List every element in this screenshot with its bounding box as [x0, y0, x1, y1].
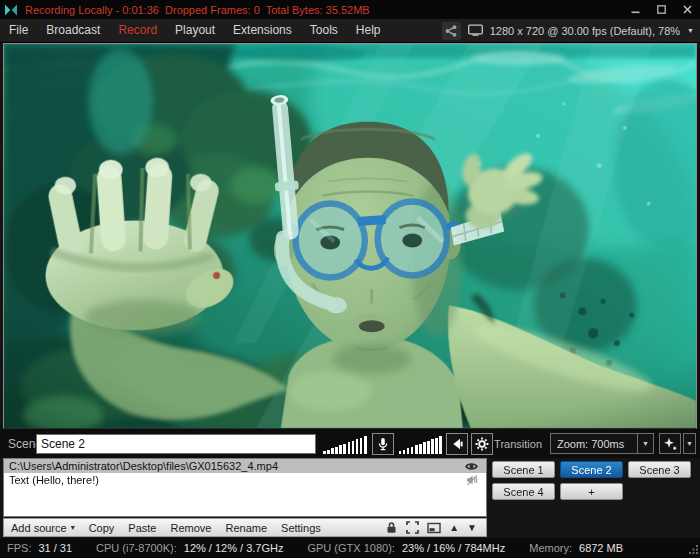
eye-icon[interactable] — [465, 462, 478, 471]
maximize-button[interactable] — [648, 0, 674, 19]
gpu-value: 23% / 16% / 784MHz — [402, 542, 505, 554]
scenes-panel: Scene 1 Scene 2 Scene 3 Scene 4 + — [492, 458, 697, 517]
chevron-down-icon[interactable]: ▼ — [637, 434, 653, 453]
copy-button[interactable]: Copy — [89, 522, 115, 534]
video-preview[interactable] — [3, 43, 697, 429]
scene-button-4[interactable]: Scene 4 — [492, 483, 555, 500]
menu-item-extensions[interactable]: Extensions — [224, 19, 301, 42]
transition-select[interactable]: Zoom: 700ms ▼ — [550, 433, 654, 454]
speaker-button[interactable] — [446, 433, 468, 455]
memory-value: 6872 MB — [579, 542, 623, 554]
scene-bar: Scene Transition Zoom: 700ms ▼ ▼ — [0, 429, 700, 458]
scene-button-1[interactable]: Scene 1 — [492, 461, 555, 478]
menu-item-broadcast[interactable]: Broadcast — [37, 19, 109, 42]
menu-item-playout[interactable]: Playout — [166, 19, 224, 42]
menu-item-record[interactable]: Record — [109, 19, 166, 42]
memory-stat: Memory: 6872 MB — [529, 542, 623, 554]
menu-bar: File Broadcast Record Playout Extensions… — [0, 19, 700, 43]
menu-item-help[interactable]: Help — [347, 19, 390, 42]
cpu-stat: CPU (i7-8700K): 12% / 12% / 3.7GHz — [96, 542, 283, 554]
window-controls — [622, 0, 700, 19]
fps-stat: FPS: 31 / 31 — [7, 542, 72, 554]
gear-icon — [475, 437, 489, 451]
sources-list: C:\Users\Administrator\Desktop\files\GX0… — [3, 458, 487, 517]
move-up-button[interactable]: ▲ — [449, 523, 459, 533]
cpu-value: 12% / 12% / 3.7GHz — [184, 542, 284, 554]
move-down-button[interactable]: ▼ — [467, 523, 477, 533]
scene-button-3[interactable]: Scene 3 — [628, 461, 691, 478]
app-logo-icon — [4, 4, 18, 16]
close-button[interactable] — [674, 0, 700, 19]
rename-button[interactable]: Rename — [225, 522, 267, 534]
fps-label: FPS: — [7, 542, 31, 554]
source-label: Text (Hello, there!) — [9, 474, 466, 486]
chevron-down-icon[interactable]: ▼ — [687, 27, 694, 34]
video-frame — [4, 44, 696, 428]
audio-level-meter-mic — [399, 434, 443, 454]
memory-label: Memory: — [529, 542, 572, 554]
muted-speaker-icon[interactable] — [466, 474, 478, 486]
add-source-button[interactable]: Add source ▾ — [11, 522, 75, 534]
share-icon — [444, 24, 458, 38]
pip-layout-icon[interactable] — [427, 522, 441, 534]
share-button[interactable] — [442, 22, 461, 40]
source-row[interactable]: C:\Users\Administrator\Desktop\files\GX0… — [4, 459, 486, 473]
sources-toolbar: Add source ▾ Copy Paste Remove Rename Se… — [3, 518, 487, 537]
cpu-label: CPU (i7-8700K): — [96, 542, 177, 554]
star-plus-icon — [663, 437, 677, 451]
scene-label: Scene — [8, 437, 36, 451]
transition-cluster: Transition Zoom: 700ms ▼ ▼ — [494, 433, 700, 454]
toolbar-right-icons: ▲ ▼ — [385, 521, 477, 534]
source-row[interactable]: Text (Hello, there!) — [4, 473, 486, 487]
add-source-label: Add source — [11, 522, 67, 534]
source-label: C:\Users\Administrator\Desktop\files\GX0… — [9, 460, 465, 472]
minimize-button[interactable] — [622, 0, 648, 19]
transition-label: Transition — [494, 438, 542, 450]
scene-name-input[interactable] — [36, 434, 316, 454]
menu-item-tools[interactable]: Tools — [301, 19, 347, 42]
mic-icon — [376, 437, 390, 451]
fullscreen-icon[interactable] — [406, 521, 419, 534]
close-icon — [683, 5, 692, 14]
app-window: Recording Locally - 0:01:36 Dropped Fram… — [0, 0, 700, 558]
output-resolution-display[interactable]: 1280 x 720 @ 30.00 fps (Default), 78% — [490, 25, 680, 37]
gear-button[interactable] — [471, 433, 493, 455]
gpu-label: GPU (GTX 1080): — [307, 542, 394, 554]
transition-effect-caret[interactable]: ▼ — [683, 433, 696, 454]
window-title: Recording Locally - 0:01:36 Dropped Fram… — [25, 4, 370, 16]
minimize-icon — [631, 5, 640, 14]
remove-button[interactable]: Remove — [171, 522, 212, 534]
scene-button-2[interactable]: Scene 2 — [560, 461, 623, 478]
monitor-icon — [468, 24, 483, 37]
transition-value: Zoom: 700ms — [551, 438, 637, 450]
menu-item-file[interactable]: File — [0, 19, 37, 42]
menu-bar-right: 1280 x 720 @ 30.00 fps (Default), 78% ▼ — [442, 22, 700, 40]
gpu-stat: GPU (GTX 1080): 23% / 16% / 784MHz — [307, 542, 505, 554]
lock-icon[interactable] — [385, 521, 398, 534]
audio-level-meter-scene — [323, 434, 367, 454]
title-bar: Recording Locally - 0:01:36 Dropped Fram… — [0, 0, 700, 19]
speaker-icon — [450, 437, 464, 451]
fps-value: 31 / 31 — [38, 542, 72, 554]
add-scene-button[interactable]: + — [560, 483, 623, 500]
status-bar: FPS: 31 / 31 CPU (i7-8700K): 12% / 12% /… — [0, 538, 700, 558]
settings-button[interactable]: Settings — [281, 522, 321, 534]
maximize-icon — [657, 5, 666, 14]
chevron-down-icon: ▾ — [71, 523, 75, 532]
mic-button[interactable] — [372, 433, 394, 455]
transition-effect-button[interactable] — [659, 433, 681, 454]
paste-button[interactable]: Paste — [128, 522, 156, 534]
resize-grip[interactable] — [689, 544, 698, 556]
